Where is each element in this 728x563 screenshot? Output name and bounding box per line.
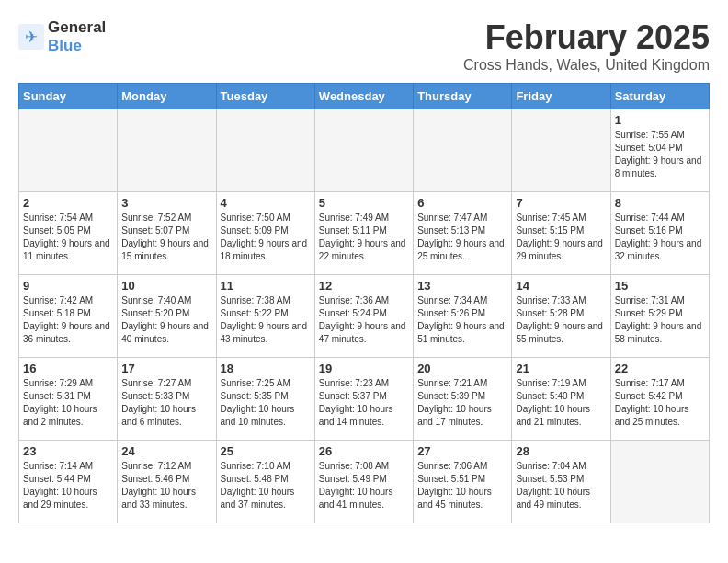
- day-number: 20: [417, 362, 507, 375]
- day-info: Sunrise: 7:50 AM Sunset: 5:09 PM Dayligh…: [221, 212, 311, 263]
- day-info: Sunrise: 7:25 AM Sunset: 5:35 PM Dayligh…: [221, 377, 311, 429]
- day-info: Sunrise: 7:23 AM Sunset: 5:37 PM Dayligh…: [319, 377, 409, 429]
- weekday-header-sunday: Sunday: [19, 84, 118, 109]
- week-row-3: 9Sunrise: 7:42 AM Sunset: 5:18 PM Daylig…: [19, 275, 710, 358]
- week-row-5: 23Sunrise: 7:14 AM Sunset: 5:44 PM Dayli…: [19, 441, 710, 523]
- calendar-header: ✈ General Blue February 2025 Cross Hands…: [18, 18, 710, 74]
- day-cell: 15Sunrise: 7:31 AM Sunset: 5:29 PM Dayli…: [610, 275, 709, 358]
- day-info: Sunrise: 7:12 AM Sunset: 5:46 PM Dayligh…: [121, 460, 211, 511]
- day-cell: [216, 109, 314, 192]
- day-cell: 19Sunrise: 7:23 AM Sunset: 5:37 PM Dayli…: [314, 358, 413, 441]
- day-cell: 23Sunrise: 7:14 AM Sunset: 5:44 PM Dayli…: [19, 441, 118, 523]
- svg-text:✈: ✈: [25, 29, 38, 46]
- week-row-4: 16Sunrise: 7:29 AM Sunset: 5:31 PM Dayli…: [19, 358, 710, 441]
- day-number: 23: [23, 444, 113, 458]
- day-number: 4: [221, 196, 311, 210]
- day-number: 21: [516, 362, 606, 375]
- logo-icon: ✈: [18, 24, 44, 50]
- day-info: Sunrise: 7:31 AM Sunset: 5:29 PM Dayligh…: [615, 294, 705, 346]
- weekday-header-wednesday: Wednesday: [314, 84, 413, 109]
- day-info: Sunrise: 7:52 AM Sunset: 5:07 PM Dayligh…: [121, 212, 211, 263]
- weekday-header-row: SundayMondayTuesdayWednesdayThursdayFrid…: [19, 84, 710, 109]
- calendar-title: February 2025: [463, 18, 710, 57]
- day-cell: 27Sunrise: 7:06 AM Sunset: 5:51 PM Dayli…: [414, 441, 512, 523]
- day-number: 14: [516, 279, 606, 293]
- weekday-header-friday: Friday: [512, 84, 610, 109]
- day-number: 22: [615, 362, 705, 375]
- day-info: Sunrise: 7:27 AM Sunset: 5:33 PM Dayligh…: [121, 377, 211, 429]
- calendar-subtitle: Cross Hands, Wales, United Kingdom: [463, 57, 710, 74]
- day-info: Sunrise: 7:19 AM Sunset: 5:40 PM Dayligh…: [516, 377, 606, 429]
- day-cell: 2Sunrise: 7:54 AM Sunset: 5:05 PM Daylig…: [19, 192, 118, 275]
- day-number: 6: [417, 196, 507, 210]
- day-info: Sunrise: 7:14 AM Sunset: 5:44 PM Dayligh…: [23, 460, 113, 511]
- calendar-table: SundayMondayTuesdayWednesdayThursdayFrid…: [18, 83, 710, 523]
- day-info: Sunrise: 7:40 AM Sunset: 5:20 PM Dayligh…: [121, 294, 211, 346]
- day-cell: 9Sunrise: 7:42 AM Sunset: 5:18 PM Daylig…: [19, 275, 118, 358]
- day-cell: 6Sunrise: 7:47 AM Sunset: 5:13 PM Daylig…: [414, 192, 512, 275]
- day-info: Sunrise: 7:42 AM Sunset: 5:18 PM Dayligh…: [23, 294, 113, 346]
- logo-general: General: [48, 18, 106, 36]
- day-info: Sunrise: 7:36 AM Sunset: 5:24 PM Dayligh…: [319, 294, 409, 346]
- day-cell: 3Sunrise: 7:52 AM Sunset: 5:07 PM Daylig…: [118, 192, 216, 275]
- day-info: Sunrise: 7:54 AM Sunset: 5:05 PM Dayligh…: [23, 212, 113, 263]
- logo: ✈ General Blue: [18, 18, 106, 55]
- title-area: February 2025 Cross Hands, Wales, United…: [463, 18, 710, 74]
- day-number: 3: [121, 196, 211, 210]
- day-info: Sunrise: 7:44 AM Sunset: 5:16 PM Dayligh…: [615, 212, 705, 263]
- day-cell: 17Sunrise: 7:27 AM Sunset: 5:33 PM Dayli…: [118, 358, 216, 441]
- week-row-1: 1Sunrise: 7:55 AM Sunset: 5:04 PM Daylig…: [19, 109, 710, 192]
- day-info: Sunrise: 7:55 AM Sunset: 5:04 PM Dayligh…: [615, 129, 705, 180]
- day-cell: 14Sunrise: 7:33 AM Sunset: 5:28 PM Dayli…: [512, 275, 610, 358]
- day-cell: 7Sunrise: 7:45 AM Sunset: 5:15 PM Daylig…: [512, 192, 610, 275]
- day-number: 26: [319, 444, 409, 458]
- day-number: 8: [615, 196, 705, 210]
- day-info: Sunrise: 7:08 AM Sunset: 5:49 PM Dayligh…: [319, 460, 409, 511]
- day-info: Sunrise: 7:21 AM Sunset: 5:39 PM Dayligh…: [417, 377, 507, 429]
- day-number: 28: [516, 444, 606, 458]
- day-number: 27: [417, 444, 507, 458]
- day-info: Sunrise: 7:38 AM Sunset: 5:22 PM Dayligh…: [221, 294, 311, 346]
- day-cell: 11Sunrise: 7:38 AM Sunset: 5:22 PM Dayli…: [216, 275, 314, 358]
- day-number: 24: [121, 444, 211, 458]
- day-cell: [610, 441, 709, 523]
- day-info: Sunrise: 7:17 AM Sunset: 5:42 PM Dayligh…: [615, 377, 705, 429]
- day-cell: 25Sunrise: 7:10 AM Sunset: 5:48 PM Dayli…: [216, 441, 314, 523]
- day-number: 18: [221, 362, 311, 375]
- day-cell: 28Sunrise: 7:04 AM Sunset: 5:53 PM Dayli…: [512, 441, 610, 523]
- day-number: 7: [516, 196, 606, 210]
- weekday-header-tuesday: Tuesday: [216, 84, 314, 109]
- weekday-header-monday: Monday: [118, 84, 216, 109]
- day-info: Sunrise: 7:29 AM Sunset: 5:31 PM Dayligh…: [23, 377, 113, 429]
- day-cell: 21Sunrise: 7:19 AM Sunset: 5:40 PM Dayli…: [512, 358, 610, 441]
- day-number: 2: [23, 196, 113, 210]
- day-number: 5: [319, 196, 409, 210]
- day-info: Sunrise: 7:47 AM Sunset: 5:13 PM Dayligh…: [417, 212, 507, 263]
- day-cell: 1Sunrise: 7:55 AM Sunset: 5:04 PM Daylig…: [610, 109, 709, 192]
- day-number: 25: [221, 444, 311, 458]
- weekday-header-thursday: Thursday: [414, 84, 512, 109]
- day-info: Sunrise: 7:49 AM Sunset: 5:11 PM Dayligh…: [319, 212, 409, 263]
- day-number: 12: [319, 279, 409, 293]
- day-cell: [118, 109, 216, 192]
- day-cell: 18Sunrise: 7:25 AM Sunset: 5:35 PM Dayli…: [216, 358, 314, 441]
- day-number: 16: [23, 362, 113, 375]
- day-info: Sunrise: 7:04 AM Sunset: 5:53 PM Dayligh…: [516, 460, 606, 511]
- week-row-2: 2Sunrise: 7:54 AM Sunset: 5:05 PM Daylig…: [19, 192, 710, 275]
- day-info: Sunrise: 7:45 AM Sunset: 5:15 PM Dayligh…: [516, 212, 606, 263]
- day-cell: 16Sunrise: 7:29 AM Sunset: 5:31 PM Dayli…: [19, 358, 118, 441]
- day-cell: [314, 109, 413, 192]
- day-number: 13: [417, 279, 507, 293]
- day-cell: 5Sunrise: 7:49 AM Sunset: 5:11 PM Daylig…: [314, 192, 413, 275]
- day-cell: 8Sunrise: 7:44 AM Sunset: 5:16 PM Daylig…: [610, 192, 709, 275]
- day-cell: 10Sunrise: 7:40 AM Sunset: 5:20 PM Dayli…: [118, 275, 216, 358]
- day-cell: [512, 109, 610, 192]
- day-number: 19: [319, 362, 409, 375]
- logo-blue: Blue: [48, 37, 82, 54]
- day-cell: 20Sunrise: 7:21 AM Sunset: 5:39 PM Dayli…: [414, 358, 512, 441]
- day-number: 17: [121, 362, 211, 375]
- day-cell: 26Sunrise: 7:08 AM Sunset: 5:49 PM Dayli…: [314, 441, 413, 523]
- day-number: 11: [221, 279, 311, 293]
- day-cell: [414, 109, 512, 192]
- day-cell: [19, 109, 118, 192]
